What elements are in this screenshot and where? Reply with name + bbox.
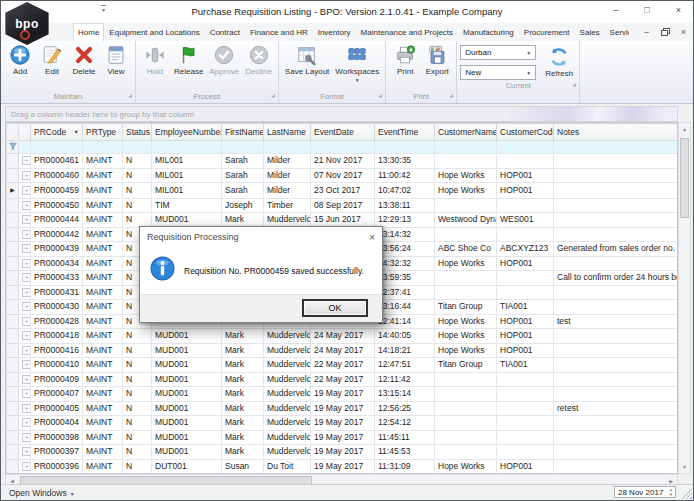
column-header-eventtime[interactable]: EventTime: [375, 124, 435, 141]
expand-icon[interactable]: +: [22, 230, 31, 239]
expand-icon[interactable]: +: [22, 186, 31, 195]
cell-prtype[interactable]: MAINT: [83, 168, 123, 183]
cell-customername[interactable]: Hope Works: [435, 183, 497, 199]
cell-prtype[interactable]: MAINT: [83, 358, 123, 373]
column-header-customercode[interactable]: CustomerCode: [497, 124, 554, 141]
tab-inventory[interactable]: Inventory: [313, 23, 356, 41]
cell-employeenumber[interactable]: MUD001: [152, 329, 222, 344]
minimize-button[interactable]: –: [613, 4, 618, 16]
cell-prtype[interactable]: MAINT: [83, 300, 123, 315]
cell-customername[interactable]: Hope Works: [435, 459, 497, 474]
cell-status[interactable]: N: [123, 329, 152, 344]
cell-firstname[interactable]: Mark: [222, 213, 264, 228]
expand-icon[interactable]: +: [22, 346, 31, 355]
cell-notes[interactable]: [554, 154, 678, 169]
tab-home[interactable]: Home: [73, 23, 104, 41]
cell-status[interactable]: N: [123, 154, 152, 169]
expand-icon[interactable]: +: [22, 201, 31, 210]
child-restore-button[interactable]: [661, 28, 669, 36]
filter-cell[interactable]: [497, 141, 554, 154]
cell-firstname[interactable]: Mark: [222, 372, 264, 387]
cell-prcode[interactable]: PR0000434: [31, 256, 83, 271]
cell-customername[interactable]: Hope Works: [435, 256, 497, 271]
cell-customername[interactable]: [435, 387, 497, 402]
cell-prcode[interactable]: PR0000410: [31, 358, 83, 373]
filter-cell[interactable]: [435, 141, 497, 154]
expand-icon[interactable]: +: [22, 244, 31, 253]
cell-prtype[interactable]: MAINT: [83, 154, 123, 169]
cell-eventtime[interactable]: 13:59:35: [375, 271, 435, 286]
cell-notes[interactable]: [554, 183, 678, 199]
print-button[interactable]: Print: [389, 43, 421, 77]
cell-prcode[interactable]: PR0000396: [31, 459, 83, 474]
column-header-eventdate[interactable]: EventDate: [311, 124, 375, 141]
cell-firstname[interactable]: Mark: [222, 401, 264, 416]
cell-eventtime[interactable]: 14:40:05: [375, 329, 435, 344]
expand-icon[interactable]: +: [22, 433, 31, 442]
cell-notes[interactable]: [554, 213, 678, 228]
cell-eventdate[interactable]: 19 May 2017: [311, 387, 375, 402]
cell-eventtime[interactable]: 11:31:09: [375, 459, 435, 474]
expand-cell[interactable]: +: [19, 183, 31, 199]
filter-cell[interactable]: [31, 141, 83, 154]
cell-status[interactable]: N: [123, 213, 152, 228]
cell-eventdate[interactable]: 21 Nov 2017: [311, 154, 375, 169]
cell-lastname[interactable]: Mudderveld: [264, 416, 311, 431]
cell-firstname[interactable]: Mark: [222, 445, 264, 460]
cell-prcode[interactable]: PR0000398: [31, 430, 83, 445]
scroll-up-icon[interactable]: ▲: [679, 126, 690, 132]
expand-icon[interactable]: +: [22, 156, 31, 165]
tab-procurement[interactable]: Procurement: [519, 23, 575, 41]
cell-customername[interactable]: Hope Works: [435, 329, 497, 344]
cell-firstname[interactable]: Mark: [222, 430, 264, 445]
cell-employeenumber[interactable]: MUD001: [152, 213, 222, 228]
open-windows-button[interactable]: Open Windows▼: [9, 488, 75, 498]
cell-eventdate[interactable]: 24 May 2017: [311, 343, 375, 358]
cell-eventdate[interactable]: 19 May 2017: [311, 416, 375, 431]
expand-cell[interactable]: +: [19, 256, 31, 271]
cell-firstname[interactable]: Joseph: [222, 198, 264, 213]
cell-customername[interactable]: [435, 154, 497, 169]
column-header-status[interactable]: Status: [123, 124, 152, 141]
cell-notes[interactable]: retest: [554, 401, 678, 416]
delete-button[interactable]: Delete: [68, 43, 100, 77]
expand-cell[interactable]: +: [19, 329, 31, 344]
cell-customercode[interactable]: [497, 271, 554, 286]
cell-notes[interactable]: [554, 372, 678, 387]
cell-prtype[interactable]: MAINT: [83, 343, 123, 358]
cell-employeenumber[interactable]: MUD001: [152, 358, 222, 373]
cell-customercode[interactable]: [497, 285, 554, 300]
cell-status[interactable]: N: [123, 343, 152, 358]
scroll-down-icon[interactable]: ▼: [679, 464, 690, 470]
vertical-scroll-thumb[interactable]: [680, 138, 689, 218]
cell-prtype[interactable]: MAINT: [83, 445, 123, 460]
filter-cell[interactable]: [83, 141, 123, 154]
cell-customercode[interactable]: TIA001: [497, 300, 554, 315]
cell-customercode[interactable]: [497, 198, 554, 213]
dialog-launcher-icon[interactable]: ◢: [449, 89, 453, 101]
expand-cell[interactable]: +: [19, 430, 31, 445]
cell-prcode[interactable]: PR0000409: [31, 372, 83, 387]
cell-lastname[interactable]: Mudderveld: [264, 430, 311, 445]
expand-cell[interactable]: +: [19, 445, 31, 460]
workspaces-button[interactable]: Workspaces ▼: [332, 43, 382, 84]
column-header-prtype[interactable]: PRType: [83, 124, 123, 141]
cell-prtype[interactable]: MAINT: [83, 227, 123, 242]
cell-employeenumber[interactable]: MIL001: [152, 183, 222, 199]
filter-cell[interactable]: [152, 141, 222, 154]
cell-eventdate[interactable]: 24 May 2017: [311, 329, 375, 344]
cell-customercode[interactable]: ABCXYZ123: [497, 242, 554, 257]
cell-employeenumber[interactable]: MUD001: [152, 445, 222, 460]
cell-eventtime[interactable]: 12:11:42: [375, 372, 435, 387]
cell-eventtime[interactable]: 12:37:41: [375, 285, 435, 300]
cell-notes[interactable]: [554, 329, 678, 344]
close-button[interactable]: ×: [676, 4, 681, 16]
cell-notes[interactable]: [554, 459, 678, 474]
cell-employeenumber[interactable]: MUD001: [152, 430, 222, 445]
cell-prtype[interactable]: MAINT: [83, 242, 123, 257]
cell-customercode[interactable]: [497, 227, 554, 242]
cell-employeenumber[interactable]: MIL001: [152, 168, 222, 183]
cell-status[interactable]: N: [123, 401, 152, 416]
cell-customername[interactable]: [435, 227, 497, 242]
expand-icon[interactable]: +: [22, 447, 31, 456]
